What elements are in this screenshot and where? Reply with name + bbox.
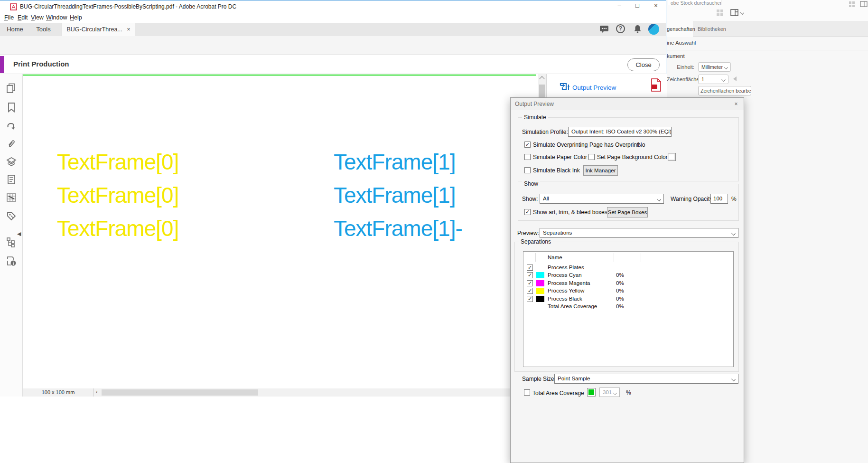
ink-manager-button[interactable]: Ink Manager xyxy=(583,165,618,176)
scroll-left-icon[interactable]: ‹ xyxy=(96,389,98,395)
collapse-pane-icon[interactable]: ◀ xyxy=(17,231,21,237)
destinations-icon[interactable] xyxy=(6,192,17,203)
acrobat-app-icon xyxy=(10,3,17,10)
help-icon[interactable]: ? xyxy=(616,24,625,33)
separation-checkbox[interactable]: ✓ xyxy=(527,272,533,278)
menu-file[interactable]: File xyxy=(2,13,16,22)
unit-select[interactable]: Millimeter xyxy=(698,62,731,72)
separation-name: Process Black xyxy=(548,296,582,302)
simulation-profile-select[interactable]: Output Intent: ISO Coated v2 300% (ECI) xyxy=(568,127,672,137)
tac-value-select[interactable]: 301 xyxy=(599,387,620,397)
warning-opacity-input[interactable]: 100 xyxy=(710,194,728,204)
separation-checkbox[interactable]: ✓ xyxy=(527,296,533,302)
output-preview-row[interactable]: Output Preview xyxy=(547,74,666,101)
separation-row[interactable]: ✓ Process Black 0% xyxy=(523,295,733,303)
set-page-background-checkbox[interactable] xyxy=(588,154,595,160)
page-thumbnails-icon[interactable] xyxy=(6,83,17,94)
tab-document[interactable]: BUG-CircularThrea... × xyxy=(62,23,135,36)
tab-tools[interactable]: Tools xyxy=(30,23,56,36)
accessibility-icon[interactable] xyxy=(6,256,17,266)
separation-row[interactable]: ✓ Process Magenta 0% xyxy=(523,280,733,287)
separations-group-label: Separations xyxy=(519,238,553,245)
preview-select[interactable]: Separations xyxy=(540,228,738,238)
dialog-title: Output Preview xyxy=(515,101,554,107)
set-page-boxes-button[interactable]: Set Page Boxes xyxy=(607,207,648,217)
separation-checkbox[interactable]: ✓ xyxy=(527,265,533,271)
panel-layout-dropdown-icon[interactable] xyxy=(740,10,744,15)
pdf-file-icon[interactable] xyxy=(651,78,662,92)
page-background-color-swatch[interactable] xyxy=(668,153,676,161)
preview-value: Separations xyxy=(543,230,572,236)
selection-status-label: ine Auswahl xyxy=(667,40,696,46)
textframe-0-line-2: TextFrame[0] xyxy=(57,182,178,208)
tab-close-icon[interactable]: × xyxy=(127,26,130,33)
artboard-value: 1 xyxy=(701,76,704,82)
app-grid-icon[interactable] xyxy=(849,1,857,7)
order-icon[interactable] xyxy=(6,237,17,247)
preview-label: Preview: xyxy=(517,230,539,236)
document-canvas[interactable]: TextFrame[0] TextFrame[0] TextFrame[0] T… xyxy=(23,74,538,388)
separations-list[interactable]: Name ✓ Process Plates ✓ Process Cyan 0% … xyxy=(523,251,734,367)
separation-row[interactable]: ✓ Process Plates xyxy=(523,264,733,272)
bookmarks-icon[interactable] xyxy=(6,102,17,113)
dialog-close-icon[interactable]: × xyxy=(731,98,741,110)
adobe-stock-search-input[interactable]: obe Stock durchsuchen xyxy=(668,0,721,5)
separation-coverage-value: 0% xyxy=(616,272,624,278)
tab-bibliotheken[interactable]: Bibliotheken xyxy=(693,21,730,37)
tac-color-swatch[interactable] xyxy=(587,388,596,397)
menu-bar: File Edit View Window Help xyxy=(0,13,666,23)
workspace-grid-icon[interactable] xyxy=(716,9,724,16)
sample-size-label: Sample Size: xyxy=(522,376,556,382)
panel-layout-icon[interactable] xyxy=(730,9,738,16)
panel-switch-icon[interactable] xyxy=(860,1,868,7)
show-boxes-checkbox[interactable]: ✓ xyxy=(524,209,531,215)
separation-color-swatch xyxy=(536,272,544,278)
chevron-down-icon xyxy=(721,77,726,82)
articles-icon[interactable] xyxy=(6,121,17,131)
menu-help[interactable]: Help xyxy=(68,13,84,22)
scroll-up-icon[interactable] xyxy=(539,76,544,81)
print-production-close-button[interactable]: Close xyxy=(627,58,660,71)
simulate-group-label: Simulate xyxy=(522,114,548,121)
separation-checkbox[interactable]: ✓ xyxy=(527,280,533,286)
simulate-paper-color-checkbox[interactable] xyxy=(524,154,531,160)
edit-artboards-button[interactable]: Zeichenflächen bearbeiten xyxy=(698,86,751,95)
sample-size-select[interactable]: Point Sample xyxy=(554,374,738,384)
separation-checkbox[interactable]: ✓ xyxy=(527,288,533,294)
chevron-down-icon xyxy=(657,197,661,201)
textframe-1-line-1: TextFrame[1] xyxy=(334,149,455,175)
separation-row[interactable]: ✓ Process Yellow 0% xyxy=(523,287,733,295)
separation-row[interactable]: ✓ Process Cyan 0% xyxy=(523,272,733,279)
chevron-down-icon xyxy=(731,231,736,236)
simulation-profile-label: Simulation Profile: xyxy=(522,129,568,135)
menu-edit[interactable]: Edit xyxy=(16,13,30,22)
tab-home[interactable]: Home xyxy=(2,23,28,36)
total-area-coverage-checkbox[interactable] xyxy=(524,389,530,396)
minimize-button[interactable]: – xyxy=(613,2,626,11)
dialog-title-bar[interactable]: Output Preview × xyxy=(511,98,744,110)
simulate-overprinting-checkbox[interactable]: ✓ xyxy=(524,142,531,148)
title-bar: BUG-CircularThreaddingTextFrames-Possibl… xyxy=(0,0,666,13)
tags-icon[interactable] xyxy=(6,211,17,221)
menu-view[interactable]: View xyxy=(29,13,46,22)
separation-name: Process Yellow xyxy=(548,288,584,293)
separation-color-swatch xyxy=(536,296,544,302)
horizontal-scrollbar-thumb[interactable] xyxy=(102,389,258,396)
show-value: All xyxy=(543,196,549,201)
simulate-black-ink-checkbox[interactable] xyxy=(524,167,531,173)
output-preview-label: Output Preview xyxy=(572,84,616,91)
maximize-button[interactable]: □ xyxy=(631,2,644,11)
tab-eigenschaften[interactable]: genschaften xyxy=(667,21,693,37)
show-select[interactable]: All xyxy=(540,194,664,204)
illustrator-panel-tabs: genschaften Bibliotheken xyxy=(667,21,868,37)
artboard-select[interactable]: 1 xyxy=(698,75,728,84)
notifications-bell-icon[interactable] xyxy=(633,24,642,34)
separation-row[interactable]: Total Area Coverage 0% xyxy=(523,303,733,311)
menu-window[interactable]: Window xyxy=(44,13,69,22)
user-avatar[interactable] xyxy=(648,24,659,35)
attachments-paperclip-icon[interactable] xyxy=(6,139,17,149)
comment-bubble-icon[interactable] xyxy=(599,25,609,34)
layers-icon[interactable] xyxy=(6,157,17,167)
content-icon[interactable] xyxy=(6,174,17,185)
close-button[interactable]: × xyxy=(649,2,663,11)
